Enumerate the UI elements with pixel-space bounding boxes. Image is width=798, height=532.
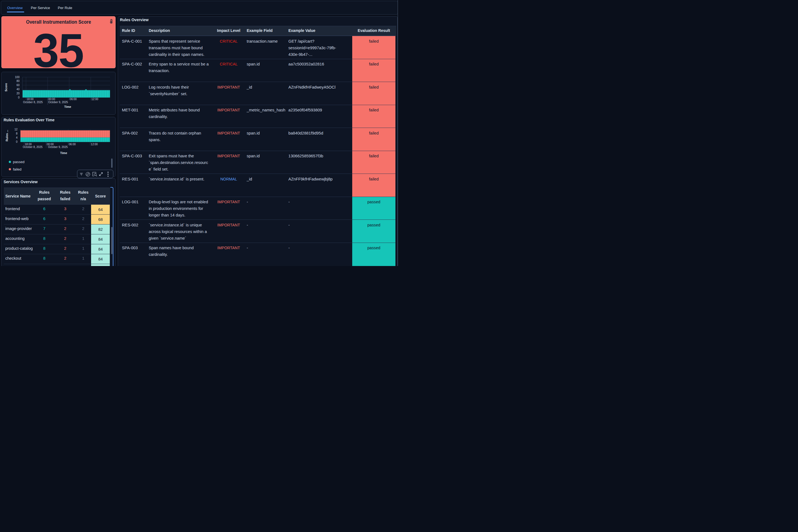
svg-text:October 8, 2025: October 8, 2025 <box>23 101 43 104</box>
svg-text:80: 80 <box>16 79 20 82</box>
svg-text:Rules ...: Rules ... <box>5 130 8 141</box>
svg-text:20: 20 <box>16 92 20 95</box>
svg-text:40: 40 <box>16 88 20 91</box>
svg-text:October 8, 2025: October 8, 2025 <box>22 146 42 149</box>
svg-text:12:00: 12:00 <box>91 143 98 146</box>
svg-text:12: 12 <box>14 128 18 131</box>
svg-text:06:00: 06:00 <box>70 98 76 101</box>
svg-text:Time: Time <box>64 105 71 108</box>
svg-text:8: 8 <box>16 132 17 135</box>
svg-text:0: 0 <box>16 140 17 143</box>
svg-text:0: 0 <box>18 96 20 99</box>
svg-text:12:00: 12:00 <box>91 98 98 101</box>
svg-text:failed: failed <box>13 167 21 171</box>
svg-text:00:00: 00:00 <box>48 98 55 101</box>
svg-text:October 9, 2025: October 9, 2025 <box>48 146 68 149</box>
svg-text:passed: passed <box>13 160 24 164</box>
svg-text:18:00: 18:00 <box>26 98 33 101</box>
svg-text:06:00: 06:00 <box>69 143 76 146</box>
svg-text:100: 100 <box>15 75 20 78</box>
svg-text:60: 60 <box>16 83 20 87</box>
svg-text:October 9, 2025: October 9, 2025 <box>48 101 68 104</box>
svg-text:4: 4 <box>16 136 17 139</box>
svg-text:Score: Score <box>4 83 8 92</box>
svg-text:Time: Time <box>60 151 67 155</box>
